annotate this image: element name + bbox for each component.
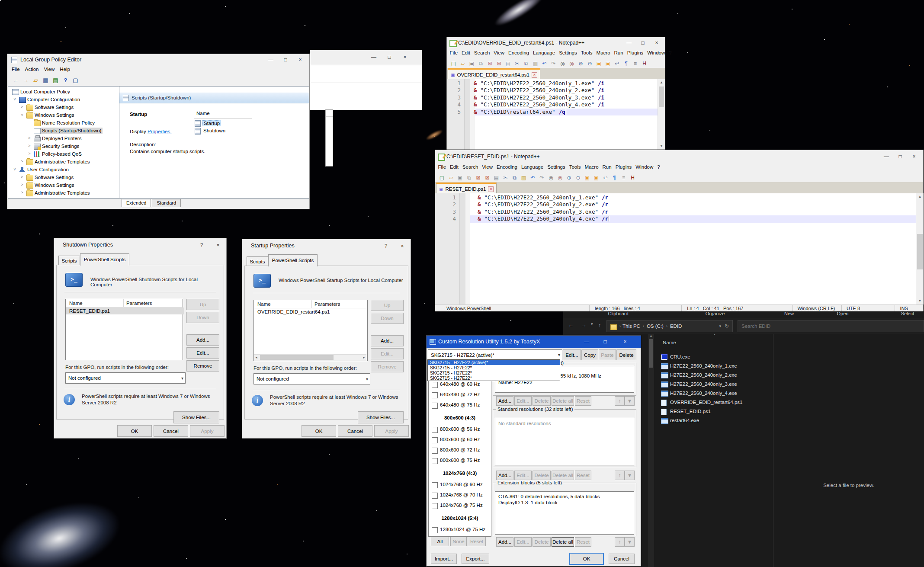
up-button[interactable]: Up (186, 299, 219, 310)
cancel-button[interactable]: Cancel (609, 554, 635, 564)
scrollbar-thumb[interactable] (659, 86, 664, 107)
tab-list-icon[interactable]: ▾ (649, 51, 651, 55)
resolution-row[interactable]: 1280x1024 @ 75 Hz (429, 525, 491, 535)
tree-expander-icon[interactable]: > (19, 183, 25, 187)
tab-scripts[interactable]: Scripts (247, 256, 268, 266)
toolbar-icon[interactable]: ↷ (549, 60, 558, 68)
address-dropdown-icon[interactable]: ▾ (719, 324, 721, 328)
run-order-select[interactable]: Not configured ▾ (253, 373, 370, 384)
none-button[interactable]: None (450, 537, 467, 546)
toolbar-icon[interactable]: ✂ (513, 60, 521, 68)
resolution-checkbox[interactable] (432, 458, 438, 464)
pane-divider[interactable] (773, 334, 773, 567)
tree-item[interactable]: Local Computer Policy (8, 88, 119, 96)
recent-locations-icon[interactable]: ▾ (591, 322, 593, 326)
tree-expander-icon[interactable]: > (19, 190, 25, 195)
maximize-button[interactable]: □ (895, 152, 906, 161)
menu-item[interactable]: Encoding (495, 163, 520, 172)
toolbar-icon[interactable]: ▣ (456, 174, 464, 182)
toolbar-icon[interactable]: ⊕ (577, 60, 585, 68)
toolbar-icon[interactable]: ✂ (501, 174, 510, 182)
reset-button[interactable]: Reset (468, 537, 486, 546)
toolbar-icon[interactable]: ◎ (556, 174, 564, 182)
menu-item[interactable]: Settings (545, 163, 568, 172)
tree-expander-icon[interactable]: > (19, 105, 25, 109)
toolbar-icon[interactable]: ▣ (592, 174, 600, 182)
tree-expander-icon[interactable]: > (19, 175, 25, 179)
script-row[interactable]: OVERRIDE_EDID_restart64.ps1 (254, 308, 369, 315)
tree-item[interactable]: v User Configuration (8, 166, 119, 174)
view-tab[interactable]: Extended (122, 199, 151, 207)
help-button[interactable]: ? (195, 241, 208, 250)
detail-add-button[interactable]: Add... (496, 396, 513, 406)
resolution-row[interactable]: 800x600 @ 56 Hz (429, 425, 491, 435)
resolution-checkbox[interactable] (432, 403, 438, 409)
column-name[interactable]: Name (257, 301, 271, 307)
ok-button[interactable]: OK (569, 553, 604, 565)
extension-edit-button[interactable]: Edit... (514, 537, 532, 547)
file-row[interactable]: H27E22_2560_240only_1.exe (659, 362, 772, 371)
toolbar-icon[interactable]: ≡ (619, 174, 628, 182)
menu-item[interactable]: View (42, 65, 58, 74)
chevron-icon[interactable]: › (666, 324, 667, 328)
resolution-row[interactable]: 800x600 (4:3) (429, 411, 491, 425)
tree-item[interactable]: Name Resolution Policy (8, 119, 119, 127)
code-line[interactable]: &"C:\EDID\H27E22_2560_240only_2.exe"/r (478, 201, 609, 208)
toolbar-icon[interactable]: ↶ (540, 60, 549, 68)
file-row[interactable]: CRU.exe (659, 353, 772, 362)
edit-button[interactable]: Edit... (186, 347, 219, 359)
tab-powershell-scripts[interactable]: PowerShell Scripts (268, 254, 318, 266)
display-option[interactable]: SKG2715 - H27E22* (428, 365, 560, 370)
tree-item[interactable]: v Windows Settings (8, 112, 119, 119)
toolbar-icon[interactable]: ⧉ (522, 60, 530, 68)
cancel-button[interactable]: Cancel (338, 425, 372, 437)
remove-button[interactable]: Remove (371, 361, 404, 372)
column-parameters[interactable]: Parameters (314, 301, 340, 307)
menu-item[interactable]: Tools (567, 163, 583, 172)
status-encoding[interactable]: UTF-8 (841, 305, 895, 311)
edit-button[interactable]: Edit... (371, 348, 404, 359)
show-files-button[interactable]: Show Files... (358, 411, 404, 423)
tree-item[interactable]: > Software Settings (8, 174, 119, 182)
all-button[interactable]: All (431, 537, 449, 546)
tree-item[interactable]: Scripts (Startup/Shutdown) (8, 127, 119, 135)
breadcrumb-os-c[interactable]: OS (C:) (647, 324, 664, 329)
resolution-checkbox[interactable] (432, 392, 438, 398)
tree-item[interactable]: > Policy-based QoS (8, 151, 119, 158)
toolbar-icon[interactable]: H (629, 174, 637, 182)
toolbar-icon[interactable]: ▢ (71, 77, 80, 84)
extension-reset-button[interactable]: Reset (575, 537, 591, 547)
file-row[interactable]: H27E22_2560_240only_4.exe (659, 389, 772, 398)
resolution-row[interactable]: 1024x768 @ 75 Hz (429, 501, 491, 511)
chevron-icon[interactable]: › (643, 324, 644, 328)
menu-item[interactable]: File (9, 65, 22, 74)
tree-expander-icon[interactable]: > (19, 159, 25, 163)
toolbar-icon[interactable]: ◎ (547, 174, 555, 182)
display-dropdown-list[interactable]: SKG2715 - H27E22 (active)*SKG2715 - H27E… (427, 359, 560, 381)
npp1-titlebar[interactable]: C:\EDID\OVERRIDE_EDID_restart64.ps1 - No… (447, 37, 665, 49)
apply-button[interactable]: Apply (374, 425, 409, 437)
tree-item[interactable]: > Security Settings (8, 143, 119, 151)
view-tab[interactable]: Standard (152, 199, 181, 207)
toolbar-icon[interactable]: ▣ (468, 60, 476, 68)
toolbar-icon[interactable]: ← (12, 77, 20, 84)
standard-move-down-button[interactable]: ▼ (625, 471, 635, 480)
toolbar-icon[interactable]: ↶ (529, 174, 537, 182)
npp2-vscrollbar[interactable]: ▲ ▼ (916, 193, 924, 304)
column-header-name[interactable]: Name (663, 340, 676, 345)
toolbar-icon[interactable]: ⧉ (510, 174, 519, 182)
maximize-button[interactable]: □ (599, 337, 612, 346)
close-button[interactable]: × (212, 241, 225, 250)
file-row[interactable]: H27E22_2560_240only_2.exe (659, 371, 772, 380)
bookmark-margin[interactable] (465, 79, 470, 150)
display-option[interactable]: SKG2715 - H27E22* (428, 375, 560, 381)
toolbar-icon[interactable]: ▥ (520, 174, 528, 182)
search-input[interactable] (738, 320, 924, 332)
add-button[interactable]: Add... (186, 334, 219, 346)
toolbar-icon[interactable]: ⊕ (565, 174, 573, 182)
close-button[interactable]: × (619, 337, 632, 346)
toolbar-icon[interactable]: ≡ (631, 60, 639, 68)
tab-close-icon[interactable]: × (488, 186, 494, 192)
toolbar-icon[interactable]: H (640, 60, 648, 68)
maximize-button[interactable]: □ (279, 55, 292, 64)
